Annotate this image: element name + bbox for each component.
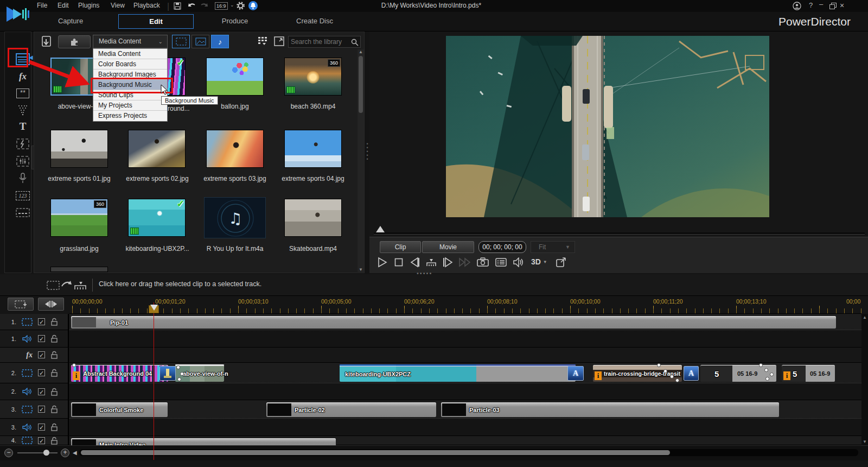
menu-option-my-projects[interactable]: My Projects [93,100,167,111]
menu-edit[interactable]: Edit [53,0,73,11]
voiceover-room-icon[interactable] [11,171,34,186]
step-marker-button[interactable] [426,258,437,267]
media-item-kiteboarding[interactable]: ✓ [128,199,186,237]
details-view-button[interactable] [495,258,507,267]
track-enable-checkbox[interactable]: ✓ [38,369,45,376]
filter-music-button[interactable]: ♪ [211,35,229,48]
preview-timecode[interactable]: 00; 00; 00; 00 [478,241,526,253]
track-enable-checkbox[interactable]: ✓ [38,351,45,358]
track-header-audio2[interactable]: 2. ✓ [0,383,69,400]
clip-mode-button[interactable]: Clip [380,241,421,253]
search-input[interactable] [291,37,349,47]
help-button[interactable]: ? [809,1,813,9]
library-scrollbar[interactable]: ▲ ▼ [358,49,364,272]
timeline-clip-train[interactable]: i train-crossing-bridge-transit [592,364,682,382]
plugins-button[interactable] [58,35,91,48]
audio-mixing-room-icon[interactable] [11,154,34,169]
timeline-clip-above-view[interactable]: above-view-of-n [175,364,225,382]
timeline-vscrollbar[interactable]: ▲ ▼ [861,314,868,445]
timeline-clip-track4[interactable]: Main Intro Video [71,438,336,445]
library-category-select[interactable]: Media Content ⌄ [93,35,168,48]
notification-bell-icon[interactable] [248,1,258,10]
track-header-video2[interactable]: 2. ✓ [0,363,69,383]
seek-track[interactable] [374,232,865,235]
menu-file[interactable]: File [33,0,52,11]
timeline-clip-particle02[interactable]: Particle-02 [266,402,437,418]
menu-view[interactable]: View [106,0,129,11]
zoom-out-button[interactable]: − [4,449,13,457]
menu-option-color-boards[interactable]: Color Boards [93,59,167,70]
expand-library-icon[interactable] [274,36,284,46]
snap-align-button[interactable] [38,298,64,311]
transition-badge[interactable]: A [684,366,699,381]
media-item-es02[interactable] [128,130,186,168]
chapter-room-icon[interactable]: 123 [11,188,34,203]
filter-photo-button[interactable] [192,35,209,48]
seek-handle[interactable] [376,226,385,232]
track-enable-checkbox[interactable]: ✓ [38,318,45,325]
track-header-video3[interactable]: 3. ✓ [0,400,69,419]
filter-video-button[interactable] [172,35,190,48]
zoom-slider-handle[interactable] [43,450,49,456]
title-room-icon[interactable]: T [11,119,34,134]
track-header-audio3[interactable]: 3. ✓ [0,419,69,436]
media-item-skateboard[interactable] [284,199,342,237]
hscroll-left-icon[interactable]: ◀ [73,450,77,456]
menu-option-express-projects[interactable]: Express Projects [93,111,167,121]
timeline-ruler[interactable]: 00;00;00;00 00;00;01;20 00;00;03;10 00;0… [69,296,861,314]
drag-hint-bar[interactable]: Click here or drag the selected clip to … [0,274,868,296]
share-button[interactable] [556,257,567,267]
stop-button[interactable] [394,258,403,267]
fast-forward-button[interactable] [458,257,471,268]
snapshot-camera-button[interactable] [477,257,489,267]
redo-icon[interactable] [200,2,209,9]
timeline-clip-kiteboarding[interactable]: kiteboarding-UBX2PCZ [339,364,576,382]
timeline-hscrollbar[interactable] [79,449,858,456]
settings-gear-icon[interactable] [237,2,245,10]
lane-fx[interactable] [69,348,861,363]
grid-view-icon[interactable] [258,36,269,46]
add-track-button[interactable] [8,298,34,311]
3d-mode-button[interactable]: 3D ▼ [531,257,547,266]
menu-playback[interactable]: Playback [129,0,164,11]
lane-audio2[interactable] [69,383,861,400]
transition-room-icon[interactable] [11,136,34,152]
lane-audio3[interactable] [69,419,861,436]
track-enable-checkbox[interactable]: ✓ [38,424,45,431]
account-icon[interactable] [793,2,801,10]
restore-button[interactable] [829,3,837,9]
menu-plugins[interactable]: Plugins [74,0,104,11]
particle-room-icon[interactable] [11,103,34,118]
tab-capture[interactable]: Capture [38,17,103,25]
track-header-video1[interactable]: 1. ✓ [0,314,69,330]
track-header-fx[interactable]: fx ✓ [0,348,69,363]
scrollbar-thumb[interactable] [81,450,670,455]
media-item-es04[interactable] [284,130,342,168]
previous-frame-button[interactable] [410,257,420,268]
scroll-down-icon[interactable]: ▼ [863,439,867,444]
panel-splitter[interactable]: ••••• [366,142,369,166]
track-enable-checkbox[interactable]: ✓ [38,335,45,342]
transition-badge[interactable] [159,366,176,381]
fit-zoom-select[interactable]: Fit ▼ [531,241,575,253]
subtitle-room-icon[interactable] [11,205,34,220]
track-enable-checkbox[interactable]: ✓ [38,388,45,395]
menu-option-media-content[interactable]: Media Content [93,49,167,59]
zoom-in-button[interactable]: + [61,449,69,457]
track-enable-checkbox[interactable]: ✓ [38,406,45,413]
media-item-music[interactable]: ♫ [204,197,266,238]
media-item-grassland[interactable]: 360 [50,199,108,237]
playhead-marker[interactable] [149,305,159,313]
timeline-clip-pip01[interactable]: Pip-01 [71,315,837,329]
transition-badge[interactable]: A [567,366,584,381]
tab-create-disc[interactable]: Create Disc [282,17,347,25]
timeline-clip-five-b[interactable]: i 5 05 16-9 [781,364,835,382]
import-media-icon[interactable] [41,35,54,48]
media-item-es03[interactable] [206,130,264,168]
media-item-es01[interactable] [50,130,108,168]
tab-produce[interactable]: Produce [202,17,267,25]
aspect-chevron-icon[interactable]: ⌄ [230,2,234,8]
scroll-down-icon[interactable]: ▼ [359,267,363,272]
minimize-button[interactable]: – [819,0,823,8]
close-button[interactable]: × [840,1,844,10]
